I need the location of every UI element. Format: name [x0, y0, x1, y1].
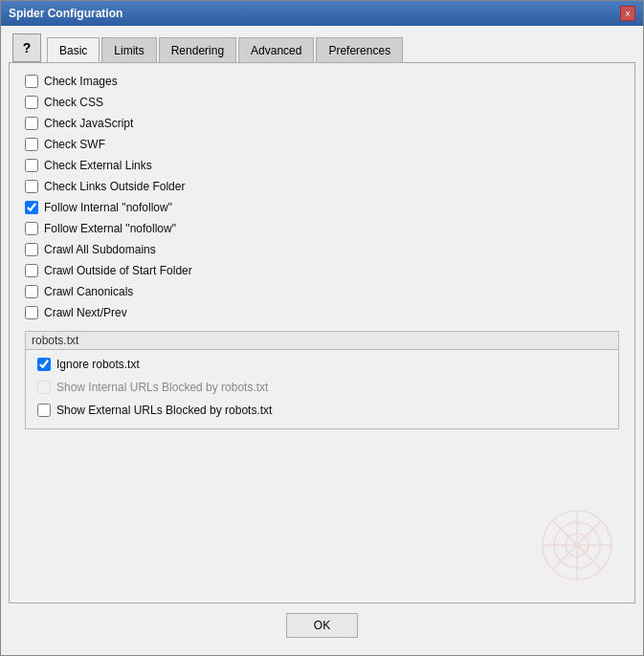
top-row: ? Basic Limits Rendering Advanced Prefer…	[12, 33, 635, 62]
list-item: Check Images	[25, 75, 619, 88]
crawl-next-prev-checkbox[interactable]	[25, 306, 38, 319]
tab-advanced[interactable]: Advanced	[238, 37, 314, 62]
robots-group: robots.txt Ignore robots.txt Show Intern…	[25, 331, 619, 429]
check-external-checkbox[interactable]	[25, 159, 38, 172]
show-internal-blocked-checkbox[interactable]	[37, 381, 51, 394]
ok-button[interactable]: OK	[286, 613, 358, 638]
list-item: Crawl Canonicals	[25, 285, 619, 298]
tab-limits[interactable]: Limits	[101, 37, 156, 62]
follow-external-checkbox[interactable]	[25, 222, 38, 235]
crawl-canonicals-label: Crawl Canonicals	[44, 285, 133, 298]
svg-point-0	[543, 511, 611, 579]
tab-preferences[interactable]: Preferences	[316, 37, 403, 62]
list-item: Check CSS	[25, 96, 619, 109]
follow-external-label: Follow External "nofollow"	[44, 222, 176, 235]
check-images-label: Check Images	[44, 75, 118, 88]
svg-point-2	[566, 534, 588, 557]
robots-legend: robots.txt	[26, 332, 618, 350]
list-item: Check External Links	[25, 159, 619, 172]
list-item: Show External URLs Blocked by robots.txt	[37, 404, 607, 417]
check-swf-checkbox[interactable]	[25, 138, 38, 151]
tabs: Basic Limits Rendering Advanced Preferen…	[47, 37, 403, 62]
check-outside-label: Check Links Outside Folder	[44, 180, 185, 193]
show-external-blocked-label: Show External URLs Blocked by robots.txt	[56, 404, 272, 417]
crawl-subdomains-label: Crawl All Subdomains	[44, 243, 156, 256]
spider-config-window: Spider Configuration × ? Basic Limits Re…	[0, 0, 644, 656]
show-external-blocked-checkbox[interactable]	[37, 404, 51, 417]
titlebar: Spider Configuration ×	[1, 1, 643, 26]
list-item: Check JavaScript	[25, 117, 619, 130]
content-panel: Check Images Check CSS Check JavaScript …	[9, 62, 635, 603]
crawl-outside-checkbox[interactable]	[25, 264, 38, 277]
tab-basic[interactable]: Basic	[47, 37, 100, 62]
list-item: Follow External "nofollow"	[25, 222, 619, 235]
list-item: Show Internal URLs Blocked by robots.txt	[37, 381, 607, 394]
follow-internal-checkbox[interactable]	[25, 201, 38, 214]
window-title: Spider Configuration	[9, 7, 122, 20]
robots-inner: Ignore robots.txt Show Internal URLs Blo…	[26, 350, 618, 428]
crawl-next-prev-label: Crawl Next/Prev	[44, 306, 127, 319]
crawl-subdomains-checkbox[interactable]	[25, 243, 38, 256]
ignore-robots-checkbox[interactable]	[37, 358, 51, 371]
check-external-label: Check External Links	[44, 159, 152, 172]
ignore-robots-label: Ignore robots.txt	[56, 358, 140, 371]
check-js-checkbox[interactable]	[25, 117, 38, 130]
close-button[interactable]: ×	[620, 6, 635, 21]
svg-point-1	[554, 522, 600, 568]
list-item: Check Links Outside Folder	[25, 180, 619, 193]
list-item: Crawl All Subdomains	[25, 243, 619, 256]
help-button[interactable]: ?	[12, 33, 41, 62]
tab-rendering[interactable]: Rendering	[159, 37, 236, 62]
list-item: Check SWF	[25, 138, 619, 151]
list-item: Crawl Next/Prev	[25, 306, 619, 319]
list-item: Crawl Outside of Start Folder	[25, 264, 619, 277]
check-swf-label: Check SWF	[44, 138, 105, 151]
check-css-label: Check CSS	[44, 96, 103, 109]
check-css-checkbox[interactable]	[25, 96, 38, 109]
watermark-icon	[539, 507, 615, 583]
crawl-outside-label: Crawl Outside of Start Folder	[44, 264, 192, 277]
follow-internal-label: Follow Internal "nofollow"	[44, 201, 172, 214]
check-images-checkbox[interactable]	[25, 75, 38, 88]
list-item: Follow Internal "nofollow"	[25, 201, 619, 214]
crawl-canonicals-checkbox[interactable]	[25, 285, 38, 298]
list-item: Ignore robots.txt	[37, 358, 607, 371]
svg-line-6	[552, 520, 601, 569]
window-body: ? Basic Limits Rendering Advanced Prefer…	[1, 26, 643, 655]
svg-line-5	[552, 520, 601, 569]
bottom-bar: OK	[9, 603, 635, 647]
check-outside-checkbox[interactable]	[25, 180, 38, 193]
check-js-label: Check JavaScript	[44, 117, 133, 130]
show-internal-blocked-label: Show Internal URLs Blocked by robots.txt	[56, 381, 268, 394]
